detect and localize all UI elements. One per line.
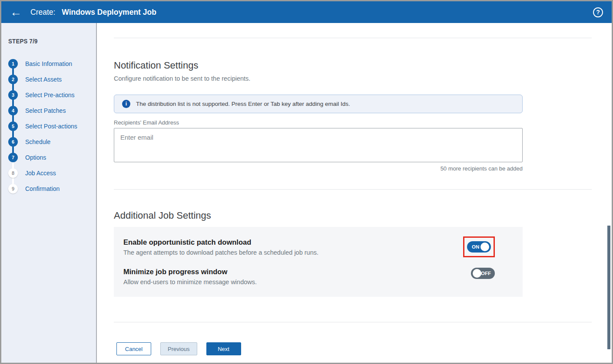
info-banner: i The distribution list is not supported… <box>114 95 523 113</box>
info-banner-text: The distribution list is not supported. … <box>136 101 350 107</box>
section-divider-top <box>114 38 592 38</box>
cancel-button[interactable]: Cancel <box>116 342 151 355</box>
setting-row-minimize-window: Minimize job progress window Allow end-u… <box>123 268 513 285</box>
steps-sidebar: STEPS 7/9 1 Basic Information 2 Select A… <box>1 23 97 363</box>
sidebar-item-select-post-actions[interactable]: 5 Select Post-actions <box>8 118 96 134</box>
previous-button[interactable]: Previous <box>160 342 197 355</box>
step-number-badge: 7 <box>8 153 18 162</box>
step-number-badge: 8 <box>8 168 18 178</box>
setting-label: Enable opportunistic patch download <box>123 238 318 246</box>
step-label: Schedule <box>25 138 50 145</box>
step-number-badge: 9 <box>8 184 18 193</box>
page-title-prefix: Create: <box>30 8 55 16</box>
red-highlight-annotation: ON <box>463 236 495 257</box>
toggle-state-label: ON <box>472 244 479 249</box>
section-divider-middle <box>114 189 592 190</box>
main-content: Notification Settings Configure notifica… <box>97 23 612 363</box>
sidebar-item-job-access[interactable]: 8 Job Access <box>8 165 96 181</box>
sidebar-item-select-pre-actions[interactable]: 3 Select Pre-actions <box>8 87 96 103</box>
step-label: Select Patches <box>25 107 66 114</box>
toggle-knob <box>473 269 481 278</box>
vertical-scrollbar-thumb[interactable] <box>607 226 610 349</box>
sidebar-item-select-assets[interactable]: 2 Select Assets <box>8 72 96 87</box>
step-label: Confirmation <box>25 185 60 192</box>
step-label: Select Assets <box>25 76 62 83</box>
step-number-badge: 2 <box>8 75 18 84</box>
steps-list: 1 Basic Information 2 Select Assets 3 Se… <box>8 56 96 197</box>
sidebar-item-select-patches[interactable]: 4 Select Patches <box>8 103 96 118</box>
sidebar-item-schedule[interactable]: 6 Schedule <box>8 134 96 150</box>
notification-settings-subtitle: Configure notification to be sent to the… <box>114 75 612 82</box>
steps-progress-label: STEPS 7/9 <box>8 37 86 45</box>
sidebar-item-confirmation[interactable]: 9 Confirmation <box>8 181 96 197</box>
toggle-state-label: OFF <box>481 271 491 276</box>
setting-text: Minimize job progress window Allow end-u… <box>123 268 257 285</box>
toggle-column: OFF <box>471 268 495 279</box>
next-button[interactable]: Next <box>206 342 241 355</box>
step-number-badge: 3 <box>8 90 18 100</box>
step-number-badge: 1 <box>8 59 18 69</box>
footer-buttons: Cancel Previous Next <box>114 342 612 355</box>
toggle-column: ON <box>463 238 495 257</box>
info-icon: i <box>122 100 130 108</box>
back-arrow-icon[interactable]: ← <box>10 7 22 18</box>
step-label: Options <box>25 154 46 161</box>
setting-row-opportunistic-download: Enable opportunistic patch download The … <box>123 238 513 257</box>
setting-description: Allow end-users to minimize message wind… <box>123 279 257 285</box>
step-number-badge: 4 <box>8 106 18 115</box>
step-label: Basic Information <box>25 60 72 67</box>
step-number-badge: 5 <box>8 121 18 131</box>
toggle-knob <box>480 243 489 251</box>
step-label: Job Access <box>25 170 56 177</box>
setting-text: Enable opportunistic patch download The … <box>123 238 318 256</box>
help-icon[interactable]: ? <box>593 7 603 17</box>
additional-settings-box: Enable opportunistic patch download The … <box>114 227 523 297</box>
additional-job-settings-title: Additional Job Settings <box>114 210 612 221</box>
header-bar: ← Create: Windows Deployment Job ? <box>1 1 612 23</box>
page-title-main: Windows Deployment Job <box>62 8 156 16</box>
section-divider-bottom <box>114 322 592 322</box>
notification-settings-title: Notification Settings <box>114 60 612 71</box>
minimize-window-toggle[interactable]: OFF <box>471 268 495 279</box>
recipients-email-label: Recipients' Email Address <box>114 119 612 126</box>
body-row: STEPS 7/9 1 Basic Information 2 Select A… <box>1 23 612 363</box>
app-window: ← Create: Windows Deployment Job ? STEPS… <box>0 0 613 364</box>
sidebar-item-basic-information[interactable]: 1 Basic Information <box>8 56 96 72</box>
sidebar-item-options[interactable]: 7 Options <box>8 150 96 165</box>
opportunistic-download-toggle[interactable]: ON <box>467 241 491 253</box>
recipients-remaining-hint: 50 more recipients can be added <box>114 165 523 172</box>
step-label: Select Post-actions <box>25 123 77 130</box>
step-number-badge: 6 <box>8 137 18 147</box>
step-label: Select Pre-actions <box>25 92 75 98</box>
setting-description: The agent attempts to download patches b… <box>123 249 318 256</box>
recipients-email-input[interactable] <box>114 128 523 162</box>
page-title: Create: Windows Deployment Job <box>30 8 156 17</box>
setting-label: Minimize job progress window <box>123 268 257 276</box>
